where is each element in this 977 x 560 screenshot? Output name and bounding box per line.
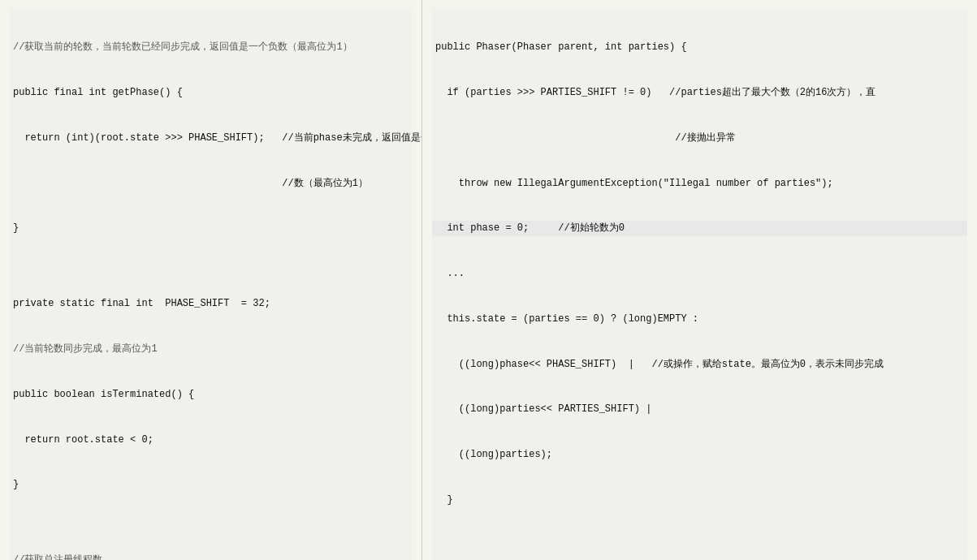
code-line-3: return (int)(root.state >>> PHASE_SHIFT)…: [10, 131, 412, 146]
right-code-8: ((long)phase<< PHASE_SHIFT) | //或操作，赋给st…: [432, 357, 967, 373]
right-code-10: ((long)parties);: [432, 447, 967, 463]
code-line-5: }: [10, 221, 412, 236]
right-code-11: }: [432, 493, 967, 508]
left-code-block: //获取当前的轮数，当前轮数已经同步完成，返回值是一个负数（最高位为1） pub…: [10, 8, 412, 560]
right-panel: public Phaser(Phaser parent, int parties…: [422, 0, 977, 560]
left-panel: //获取当前的轮数，当前轮数已经同步完成，返回值是一个负数（最高位为1） pub…: [0, 0, 422, 560]
right-code-2: if (parties >>> PARTIES_SHIFT != 0) //pa…: [432, 85, 967, 101]
code-line-7: private static final int PHASE_SHIFT = 3…: [10, 296, 412, 312]
right-code-5-highlight: int phase = 0; //初始轮数为0: [432, 221, 967, 236]
code-line-11: }: [10, 477, 412, 493]
right-code-4: throw new IllegalArgumentException("Ille…: [432, 176, 967, 192]
code-line-4: //数（最高位为1）: [10, 176, 412, 192]
code-comment-1: //获取当前的轮数，当前轮数已经同步完成，返回值是一个负数（最高位为1）: [10, 40, 412, 55]
right-code-1: public Phaser(Phaser parent, int parties…: [432, 40, 967, 55]
right-code-6: ...: [432, 266, 967, 282]
code-comment-13: //获取总注册线程数: [10, 553, 412, 560]
right-code-9: ((long)parties<< PARTIES_SHIFT) |: [432, 402, 967, 417]
code-comment-8: //当前轮数同步完成，最高位为1: [10, 342, 412, 357]
code-line-2: public final int getPhase() {: [10, 85, 412, 101]
right-code-7: this.state = (parties == 0) ? (long)EMPT…: [432, 312, 967, 327]
code-line-10: return root.state < 0;: [10, 433, 412, 448]
right-code-block: public Phaser(Phaser parent, int parties…: [432, 8, 967, 560]
code-line-9: public boolean isTerminated() {: [10, 387, 412, 403]
right-code-3: //接抛出异常: [432, 131, 967, 146]
